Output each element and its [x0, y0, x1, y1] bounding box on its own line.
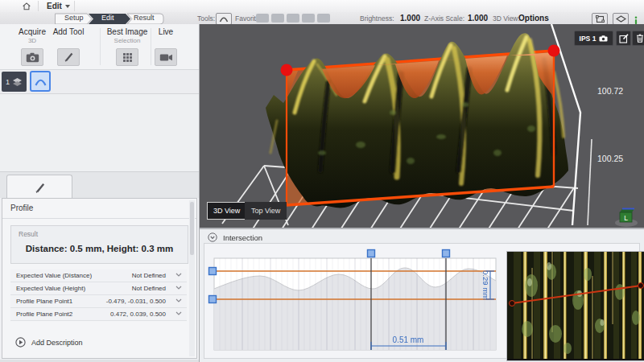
home-icon	[22, 2, 31, 11]
intersection-title: Intersection	[223, 233, 262, 242]
plane-endpoint-handle-right[interactable]	[548, 45, 560, 57]
cursor-handle-left[interactable]	[368, 250, 375, 257]
tab-edit[interactable]: Edit	[101, 14, 114, 22]
distance-measure-label: 0.51 mm	[393, 335, 424, 344]
row-expected-height[interactable]: Expected Value (Height) Not Defined	[10, 282, 187, 295]
favorite-slot[interactable]	[271, 14, 284, 23]
profile-plot: 0.51 mm 0.29 mm	[208, 249, 497, 356]
intersection-header[interactable]: Intersection	[208, 232, 262, 242]
add-tool-title: Add Tool	[53, 27, 85, 36]
chevron-down-icon[interactable]	[175, 273, 182, 277]
row-value: -0.479, -0.031, 0.500	[106, 298, 166, 305]
row-label: Profile Plane Point1	[16, 298, 72, 305]
profile-panel-header: Profile	[2, 199, 196, 219]
favorite-slot[interactable]	[302, 14, 315, 23]
left-panel: Acquire 3D Add Tool Best Image Selection	[0, 24, 200, 362]
z-axis-label-upper: 100.72	[597, 86, 623, 96]
expand-play-icon	[15, 337, 26, 348]
row-value: Not Defined	[132, 272, 166, 279]
nav-bar: Setup Edit Result Tools: Favorites: Brig…	[0, 12, 644, 25]
favorite-slot[interactable]	[317, 14, 330, 23]
z-axis-label-lower: 100.25	[597, 154, 623, 163]
layer-index: 1	[6, 78, 10, 86]
row-label: Profile Plane Point2	[16, 311, 72, 318]
best-image-button[interactable]	[116, 48, 138, 66]
plane-diamond-icon	[616, 15, 626, 23]
layer-strip: 1	[0, 70, 199, 94]
row-value: 0.472, 0.039, 0.500	[110, 311, 166, 318]
profile-line-endpoint	[510, 301, 515, 306]
brightness-value[interactable]: 1.000	[400, 14, 420, 23]
orientation-cube[interactable]: L	[615, 209, 638, 228]
delete-button[interactable]	[632, 31, 644, 46]
add-description-button[interactable]: Add Description	[15, 337, 83, 348]
result-value: Distance: 0.5 mm, Height: 0.3 mm	[11, 244, 188, 253]
row-expected-distance[interactable]: Expected Value (Distance) Not Defined	[10, 269, 187, 282]
app-menu-edit[interactable]: Edit	[42, 0, 75, 12]
profile-settings-panel: Profile Result Distance: 0.5 mm, Height:…	[2, 198, 197, 359]
3d-viewport[interactable]: L 100.72 100.25 IPS 1 3D View Top View	[200, 24, 644, 228]
scrollbar-thumb[interactable]	[190, 202, 194, 255]
row-label: Expected Value (Distance)	[16, 272, 92, 279]
add-tool-button[interactable]	[57, 48, 80, 66]
profile-tool-button[interactable]	[216, 13, 232, 25]
tools-label: Tools:	[197, 14, 215, 23]
layer-item-1[interactable]: 1	[2, 72, 27, 92]
row-plane-point1[interactable]: Profile Plane Point1 -0.479, -0.031, 0.5…	[10, 295, 187, 308]
live-button[interactable]	[155, 48, 177, 66]
home-button[interactable]	[18, 1, 35, 11]
3d-scene: L	[200, 24, 644, 228]
profile-curve-icon	[219, 15, 229, 23]
row-label: Expected Value (Height)	[16, 285, 85, 292]
collapse-toggle-icon[interactable]	[208, 232, 217, 242]
menubar-divider	[38, 1, 39, 11]
acquire-subtitle: 3D	[28, 37, 36, 44]
grid-icon	[122, 52, 133, 63]
view-mode-top-button[interactable]: Top View	[245, 202, 287, 220]
row-plane-point2[interactable]: Profile Plane Point2 0.472, 0.039, 0.500	[10, 308, 187, 321]
view-top-label: Top View	[251, 207, 280, 215]
trash-icon	[636, 34, 644, 43]
toolbar-divider	[100, 28, 101, 65]
height-handle-lower[interactable]	[209, 296, 217, 303]
best-image-title: Best Image	[107, 27, 148, 36]
live-title: Live	[159, 27, 173, 36]
z-scale-value[interactable]: 1.000	[468, 14, 488, 23]
chevron-down-icon	[65, 5, 70, 8]
intersection-panel: Intersection	[200, 228, 644, 362]
favorite-slot[interactable]	[256, 14, 269, 23]
3d-view-options[interactable]: Options	[518, 14, 549, 23]
result-label: Result	[19, 230, 38, 238]
tool-list-empty-area	[0, 94, 199, 172]
acquire-3d-button[interactable]	[21, 48, 43, 66]
3d-view-label: 3D View:	[493, 14, 520, 23]
cursor-handle-right[interactable]	[443, 250, 450, 257]
chevron-down-icon[interactable]	[175, 298, 182, 302]
chevron-down-icon[interactable]	[175, 286, 182, 290]
profile-scrollbar[interactable]	[189, 200, 195, 356]
ips-capture-button[interactable]: IPS 1	[574, 31, 613, 46]
profile-panel-title: Profile	[10, 204, 33, 212]
profile-curve-icon	[35, 77, 47, 86]
edit-tool-tab[interactable]	[6, 175, 72, 200]
profile-tool-thumbnail[interactable]	[30, 71, 51, 92]
edit-capture-button[interactable]	[616, 31, 631, 46]
acquire-toolbar: Acquire 3D Add Tool Best Image Selection	[0, 24, 199, 70]
ips-label: IPS 1	[580, 35, 597, 43]
camera-icon	[599, 35, 608, 42]
favorite-slot[interactable]	[287, 14, 299, 23]
profile-line-endpoint	[638, 283, 644, 289]
plane-endpoint-handle-left[interactable]	[281, 64, 293, 76]
fit-view-button[interactable]	[592, 13, 608, 25]
pencil-icon	[34, 182, 46, 194]
chevron-down-icon[interactable]	[175, 311, 182, 315]
pencil-icon	[63, 51, 74, 63]
acquire-title: Acquire	[19, 27, 46, 36]
layers-icon	[12, 77, 23, 87]
height-handle-upper[interactable]	[209, 268, 217, 275]
tab-setup[interactable]: Setup	[64, 14, 84, 22]
view-mode-3d-button[interactable]: 3D View	[207, 202, 246, 220]
tab-result[interactable]: Result	[134, 14, 155, 22]
selection-frame-icon	[596, 15, 605, 23]
flat-view-button[interactable]	[613, 13, 629, 25]
